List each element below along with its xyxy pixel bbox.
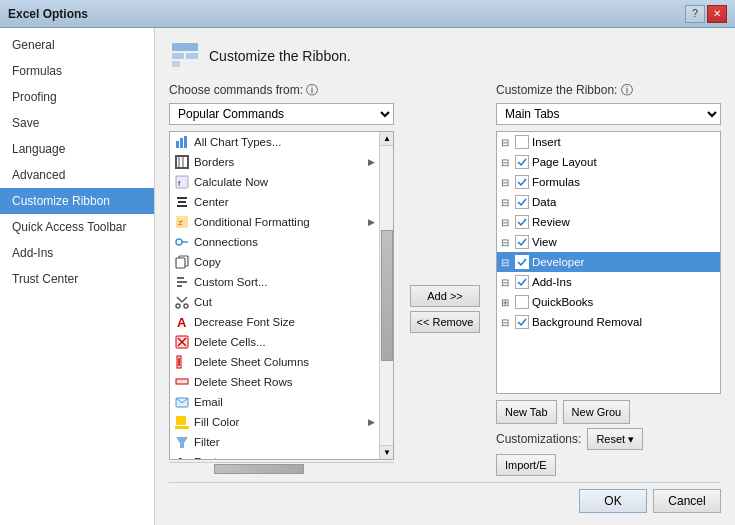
- ribbon-item[interactable]: ⊟Add-Ins: [497, 272, 720, 292]
- ribbon-item-checkbox[interactable]: [515, 135, 529, 149]
- ribbon-item-checkbox[interactable]: [515, 235, 529, 249]
- h-scroll-thumb[interactable]: [214, 464, 304, 474]
- close-button[interactable]: ✕: [707, 5, 727, 23]
- sidebar-item-proofing[interactable]: Proofing: [0, 84, 154, 110]
- command-item-label: Conditional Formatting: [194, 216, 310, 228]
- ribbon-item[interactable]: ⊞QuickBooks: [497, 292, 720, 312]
- svg-rect-2: [186, 53, 198, 59]
- expand-icon: ⊟: [501, 197, 515, 208]
- expand-icon: ⊟: [501, 257, 515, 268]
- ribbon-item-checkbox[interactable]: [515, 215, 529, 229]
- dialog-body: GeneralFormulasProofingSaveLanguageAdvan…: [0, 28, 735, 525]
- ribbon-item[interactable]: ⊟Page Layout: [497, 152, 720, 172]
- new-group-button[interactable]: New Grou: [563, 400, 631, 424]
- ribbon-dropdown[interactable]: Main Tabs All Tabs Tool Tabs: [496, 103, 721, 125]
- ribbon-item[interactable]: ⊟Formulas: [497, 172, 720, 192]
- horizontal-scrollbar[interactable]: [169, 462, 394, 476]
- section-title: Customize the Ribbon.: [209, 48, 351, 64]
- command-item[interactable]: Center: [170, 192, 379, 212]
- new-tab-button[interactable]: New Tab: [496, 400, 557, 424]
- ribbon-item-label: QuickBooks: [532, 296, 593, 308]
- sidebar-item-general[interactable]: General: [0, 32, 154, 58]
- remove-button[interactable]: << Remove: [410, 311, 480, 333]
- command-item-label: Fill Color: [194, 416, 239, 428]
- commands-dropdown[interactable]: Popular Commands All Commands Commands N…: [169, 103, 394, 125]
- expand-icon: ⊟: [501, 217, 515, 228]
- ribbon-item[interactable]: ⊟Review: [497, 212, 720, 232]
- sidebar-item-language[interactable]: Language: [0, 136, 154, 162]
- ribbon-item[interactable]: ⊟View: [497, 232, 720, 252]
- ribbon-item-checkbox[interactable]: [515, 195, 529, 209]
- command-item[interactable]: Copy: [170, 252, 379, 272]
- command-item[interactable]: Custom Sort...: [170, 272, 379, 292]
- import-export-button[interactable]: Import/E: [496, 454, 556, 476]
- ribbon-item[interactable]: ⊟Background Removal: [497, 312, 720, 332]
- command-item[interactable]: Delete Sheet Rows: [170, 372, 379, 392]
- add-button[interactable]: Add >>: [410, 285, 480, 307]
- ribbon-item-checkbox[interactable]: [515, 255, 529, 269]
- svg-text:≠: ≠: [178, 218, 183, 228]
- ribbon-item-checkbox[interactable]: [515, 175, 529, 189]
- submenu-arrow-icon: ▶: [368, 217, 375, 227]
- command-item[interactable]: Borders▶: [170, 152, 379, 172]
- bottom-buttons: New Tab New Grou: [496, 400, 721, 424]
- expand-icon: ⊟: [501, 317, 515, 328]
- reset-button[interactable]: Reset ▾: [587, 428, 643, 450]
- ribbon-item[interactable]: ⊟Developer: [497, 252, 720, 272]
- expand-icon: ⊟: [501, 137, 515, 148]
- ribbon-list[interactable]: ⊟Insert⊟Page Layout⊟Formulas⊟Data⊟Review…: [497, 132, 720, 393]
- scroll-up-arrow[interactable]: ▲: [380, 132, 394, 146]
- commands-list[interactable]: All Chart Types...Borders▶fCalculate Now…: [170, 132, 393, 459]
- command-item[interactable]: AFont: [170, 452, 379, 459]
- svg-rect-5: [180, 138, 183, 148]
- ribbon-item-checkbox[interactable]: [515, 315, 529, 329]
- submenu-arrow-icon: ▶: [368, 157, 375, 167]
- command-item-label: Borders: [194, 156, 234, 168]
- sidebar-item-add-ins[interactable]: Add-Ins: [0, 240, 154, 266]
- command-item[interactable]: ADecrease Font Size: [170, 312, 379, 332]
- command-item[interactable]: Cut: [170, 292, 379, 312]
- command-item[interactable]: Connections: [170, 232, 379, 252]
- command-item[interactable]: Filter: [170, 432, 379, 452]
- columns-container: Choose commands from: ⓘ Popular Commands…: [169, 82, 721, 476]
- sidebar-item-quick-access-toolbar[interactable]: Quick Access Toolbar: [0, 214, 154, 240]
- ok-button[interactable]: OK: [579, 489, 647, 513]
- command-item[interactable]: All Chart Types...: [170, 132, 379, 152]
- ribbon-item-checkbox[interactable]: [515, 275, 529, 289]
- command-item[interactable]: Email: [170, 392, 379, 412]
- ribbon-item-checkbox[interactable]: [515, 155, 529, 169]
- sort-icon: [174, 274, 190, 290]
- command-item-label: Copy: [194, 256, 221, 268]
- command-item-label: Filter: [194, 436, 220, 448]
- ribbon-item-label: Background Removal: [532, 316, 642, 328]
- command-item[interactable]: Delete Sheet Columns: [170, 352, 379, 372]
- ribbon-item-label: View: [532, 236, 557, 248]
- command-item[interactable]: fCalculate Now: [170, 172, 379, 192]
- command-item[interactable]: ≠Conditional Formatting▶: [170, 212, 379, 232]
- sidebar-item-customize-ribbon[interactable]: Customize Ribbon: [0, 188, 154, 214]
- cancel-button[interactable]: Cancel: [653, 489, 721, 513]
- ribbon-item[interactable]: ⊟Insert: [497, 132, 720, 152]
- sidebar-item-save[interactable]: Save: [0, 110, 154, 136]
- ribbon-item-label: Review: [532, 216, 570, 228]
- svg-marker-38: [176, 437, 188, 448]
- fill-icon: [174, 414, 190, 430]
- sidebar-item-formulas[interactable]: Formulas: [0, 58, 154, 84]
- ribbon-item[interactable]: ⊟Data: [497, 192, 720, 212]
- command-item-label: Font: [194, 456, 217, 459]
- expand-icon: ⊟: [501, 157, 515, 168]
- expand-icon: ⊟: [501, 177, 515, 188]
- ribbon-item-checkbox[interactable]: [515, 295, 529, 309]
- commands-scrollbar[interactable]: ▲ ▼: [379, 132, 393, 459]
- svg-point-26: [176, 304, 180, 308]
- help-button[interactable]: ?: [685, 5, 705, 23]
- sidebar-item-trust-center[interactable]: Trust Center: [0, 266, 154, 292]
- cond-icon: ≠: [174, 214, 190, 230]
- command-item[interactable]: Delete Cells...: [170, 332, 379, 352]
- scroll-down-arrow[interactable]: ▼: [380, 445, 394, 459]
- scroll-thumb[interactable]: [381, 230, 393, 361]
- svg-point-17: [176, 239, 182, 245]
- command-item[interactable]: Fill Color▶: [170, 412, 379, 432]
- sidebar-item-advanced[interactable]: Advanced: [0, 162, 154, 188]
- ribbon-item-label: Add-Ins: [532, 276, 572, 288]
